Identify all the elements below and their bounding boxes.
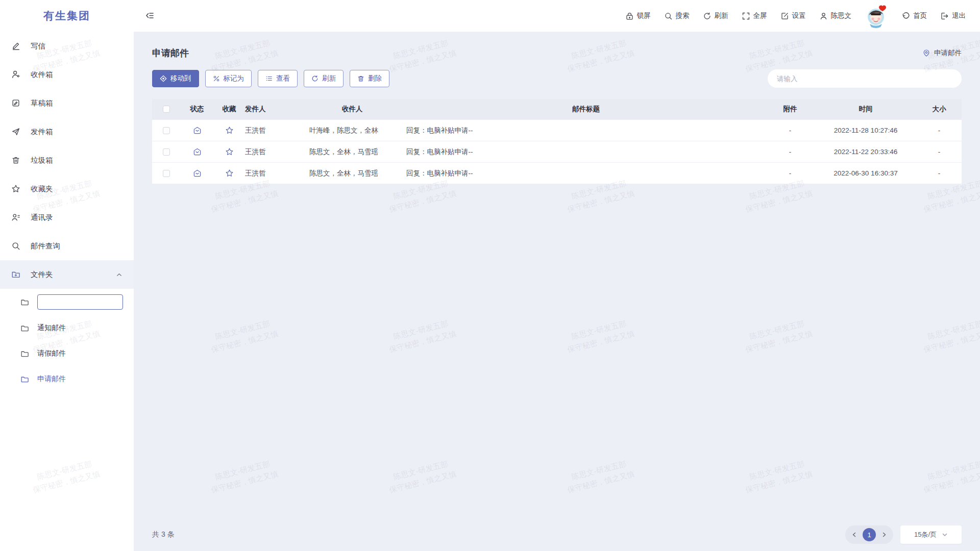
draft-icon bbox=[11, 98, 20, 108]
contacts-icon bbox=[11, 213, 20, 222]
col-recipients: 收件人 bbox=[302, 105, 402, 114]
star-icon[interactable] bbox=[225, 169, 234, 178]
topbar-actions: 锁屏 搜索 刷新 全屏 bbox=[625, 0, 966, 32]
location-pin-icon bbox=[922, 49, 930, 57]
sidebar-item-mail-search[interactable]: 邮件查询 bbox=[0, 232, 134, 260]
star-icon bbox=[11, 184, 20, 193]
top-bar: 有生集团 锁屏 搜索 bbox=[0, 0, 980, 32]
settings-button[interactable]: 设置 bbox=[780, 11, 806, 20]
recipients-cell: 陈思文，全林，马雪瑶 bbox=[302, 147, 402, 157]
col-sender: 发件人 bbox=[245, 105, 302, 114]
select-all-checkbox[interactable] bbox=[163, 106, 170, 113]
mail-open-icon bbox=[193, 126, 202, 135]
mail-open-icon bbox=[193, 147, 202, 156]
home-button[interactable]: 首页 bbox=[901, 11, 927, 20]
sidebar-item-inbox[interactable]: 收件箱 bbox=[0, 60, 134, 89]
attachment-cell: - bbox=[766, 169, 815, 177]
row-checkbox[interactable] bbox=[163, 170, 170, 177]
trash-icon bbox=[11, 156, 20, 165]
row-checkbox[interactable] bbox=[163, 148, 170, 156]
col-favorite: 收藏 bbox=[213, 105, 245, 114]
subject-cell[interactable]: 回复：电脑补贴申请-- bbox=[402, 147, 766, 157]
folder-item-leave[interactable]: 请假邮件 bbox=[0, 341, 134, 366]
time-cell: 2022-06-30 16:30:37 bbox=[815, 169, 917, 177]
user-icon bbox=[819, 12, 828, 20]
next-page-button[interactable] bbox=[879, 530, 889, 539]
move-to-button[interactable]: 移动到 bbox=[152, 70, 199, 87]
size-cell: - bbox=[917, 148, 962, 156]
new-folder-row bbox=[0, 289, 134, 315]
subject-cell[interactable]: 回复：电脑补贴申请-- bbox=[402, 169, 766, 178]
view-button[interactable]: 查看 bbox=[258, 70, 298, 87]
page-size-select[interactable]: 15条/页 bbox=[900, 525, 962, 544]
sidebar-item-label: 收件箱 bbox=[31, 70, 122, 80]
col-attachment: 附件 bbox=[766, 105, 815, 114]
sidebar-item-sent[interactable]: 发件箱 bbox=[0, 117, 134, 146]
star-icon[interactable] bbox=[225, 126, 234, 135]
refresh-list-button[interactable]: 刷新 bbox=[304, 70, 344, 87]
logout-icon bbox=[940, 12, 949, 20]
folder-item-notice[interactable]: 通知邮件 bbox=[0, 315, 134, 341]
folder-item-label: 通知邮件 bbox=[37, 323, 66, 333]
folder-icon bbox=[20, 298, 29, 307]
mail-table: 状态 收藏 发件人 收件人 邮件标题 附件 时间 大小 王洪哲 叶海峰，陈思文，… bbox=[152, 99, 962, 184]
folder-icon bbox=[20, 375, 29, 384]
row-checkbox[interactable] bbox=[163, 127, 170, 134]
table-row[interactable]: 王洪哲 陈思文，全林，马雪瑶 回复：电脑补贴申请-- - 2022-11-22 … bbox=[152, 141, 962, 162]
folder-plus-icon bbox=[11, 270, 20, 279]
page-refresh-button[interactable]: 刷新 bbox=[703, 11, 728, 20]
total-count: 共 3 条 bbox=[152, 530, 175, 539]
new-folder-name-input[interactable] bbox=[37, 294, 123, 310]
fullscreen-button[interactable]: 全屏 bbox=[742, 11, 767, 20]
sender-cell: 王洪哲 bbox=[245, 147, 302, 157]
lock-screen-button[interactable]: 锁屏 bbox=[625, 11, 651, 20]
mark-as-button[interactable]: 标记为 bbox=[205, 70, 252, 87]
pager: 1 bbox=[845, 525, 893, 544]
sidebar-item-favorites[interactable]: 收藏夹 bbox=[0, 174, 134, 203]
size-cell: - bbox=[917, 169, 962, 177]
prev-page-button[interactable] bbox=[850, 530, 859, 539]
fullscreen-icon bbox=[742, 12, 750, 20]
pencil-icon bbox=[11, 41, 20, 51]
logout-button[interactable]: 退出 bbox=[940, 11, 966, 20]
col-subject: 邮件标题 bbox=[402, 105, 766, 114]
send-icon bbox=[11, 127, 20, 136]
mail-search-input[interactable] bbox=[768, 69, 962, 88]
main-content: 申请邮件 申请邮件 移动到 标记为 bbox=[134, 32, 980, 551]
col-size: 大小 bbox=[917, 105, 962, 114]
table-row[interactable]: 王洪哲 叶海峰，陈思文，全林 回复：电脑补贴申请-- - 2022-11-28 … bbox=[152, 119, 962, 141]
sidebar-item-contacts[interactable]: 通讯录 bbox=[0, 203, 134, 232]
refresh-icon bbox=[311, 75, 318, 82]
settings-icon bbox=[780, 12, 789, 20]
search-icon bbox=[664, 12, 673, 20]
table-row[interactable]: 王洪哲 陈思文，全林，马雪瑶 回复：电脑补贴申请-- - 2022-06-30 … bbox=[152, 162, 962, 184]
sidebar-item-drafts[interactable]: 草稿箱 bbox=[0, 89, 134, 117]
sidebar-collapse-button[interactable] bbox=[145, 11, 155, 20]
subject-cell[interactable]: 回复：电脑补贴申请-- bbox=[402, 126, 766, 135]
chevron-down-icon bbox=[942, 532, 948, 538]
sidebar-item-label: 发件箱 bbox=[31, 127, 122, 137]
global-search-button[interactable]: 搜索 bbox=[664, 11, 690, 20]
sidebar-item-folders[interactable]: 文件夹 bbox=[0, 260, 134, 289]
refresh-icon bbox=[703, 12, 712, 20]
folder-item-label: 请假邮件 bbox=[37, 349, 66, 358]
breadcrumb: 申请邮件 bbox=[922, 48, 962, 58]
current-user-button[interactable]: 陈思文 bbox=[819, 11, 852, 20]
page-size-value: 15条/页 bbox=[914, 530, 937, 539]
delete-button[interactable]: 删除 bbox=[350, 70, 389, 87]
pagination-footer: 共 3 条 1 15条/页 bbox=[152, 525, 962, 544]
sidebar-item-label: 草稿箱 bbox=[31, 98, 122, 108]
folder-item-apply[interactable]: 申请邮件 bbox=[0, 366, 134, 392]
sender-cell: 王洪哲 bbox=[245, 126, 302, 135]
trash-icon bbox=[357, 75, 364, 82]
table-header: 状态 收藏 发件人 收件人 邮件标题 附件 时间 大小 bbox=[152, 99, 962, 119]
sidebar-item-label: 文件夹 bbox=[31, 270, 106, 280]
lock-icon bbox=[625, 12, 634, 20]
sidebar-item-trash[interactable]: 垃圾箱 bbox=[0, 146, 134, 174]
time-cell: 2022-11-22 20:33:46 bbox=[815, 148, 917, 156]
sidebar-item-compose[interactable]: 写信 bbox=[0, 32, 134, 60]
avatar[interactable] bbox=[865, 3, 888, 29]
inbox-user-icon bbox=[11, 70, 20, 79]
star-icon[interactable] bbox=[225, 147, 234, 156]
page-number-button[interactable]: 1 bbox=[863, 528, 876, 541]
